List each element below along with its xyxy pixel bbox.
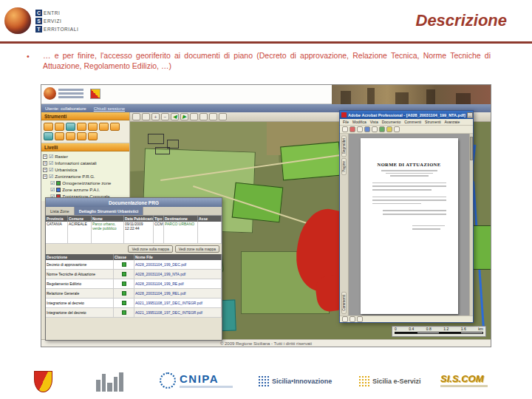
checkbox-icon[interactable]: ☑ [50, 187, 55, 192]
map-tool-button[interactable] [142, 113, 150, 120]
menu-item[interactable]: Vista [370, 120, 378, 124]
layer-item[interactable]: +☑Zonizzazione P.R.G. [43, 173, 128, 180]
layer-item[interactable]: +☑Raster [43, 153, 128, 160]
expand-icon[interactable]: + [43, 161, 47, 166]
doc-file-link[interactable]: A021_19951108_197_DEC_INTEGR.pdf [134, 299, 222, 308]
checkbox-icon[interactable]: ☑ [49, 160, 53, 166]
tab-pagine[interactable]: Pagine [341, 158, 347, 175]
doc-file-link[interactable]: A028_20031104_199_NTA.pdf [134, 270, 222, 279]
checkbox-icon[interactable]: ☑ [49, 154, 53, 159]
menu-item[interactable]: Modifica [352, 120, 366, 124]
pan-left-button[interactable]: ◀ [171, 113, 179, 120]
tool-button[interactable] [44, 123, 53, 131]
menu-item[interactable]: Avanzate [445, 120, 460, 124]
tool-button[interactable] [44, 132, 53, 140]
layer-item[interactable]: +☑Informazioni catastali [43, 160, 128, 166]
tab-dettaglio-strumenti[interactable]: Dettaglio Strumenti Urbanistici [75, 207, 144, 215]
acrobat-window: Adobe Acrobat Professional - [A028_20031… [339, 110, 474, 323]
doc-description: Relazione Generale [46, 289, 114, 299]
acrobat-icon [341, 112, 347, 117]
tab-segnalibri[interactable]: Segnalibri [341, 135, 347, 157]
layer-item[interactable]: ☑Zone azzurre P.A.I. [43, 186, 128, 193]
map-tool-button[interactable] [219, 113, 227, 120]
map-tool-button[interactable] [132, 113, 140, 120]
checkbox-icon[interactable]: ☑ [50, 180, 55, 185]
status-button[interactable] [342, 316, 348, 322]
tool-button[interactable] [88, 132, 98, 140]
zone-cell: CATANIA [46, 222, 68, 244]
doc-file-link[interactable]: A028_20031104_199_RE.pdf [134, 279, 222, 289]
expand-icon[interactable]: + [43, 154, 47, 159]
map-polygon [232, 183, 284, 223]
tool-button[interactable] [77, 123, 86, 131]
pan-right-button[interactable]: ▶ [180, 113, 188, 120]
pdf-scrollbar[interactable] [469, 134, 473, 316]
scrollbar-thumb[interactable] [470, 137, 473, 160]
doc-description: Integrazione al decreto [46, 299, 114, 308]
tool-button[interactable] [99, 123, 109, 131]
tool-button[interactable] [77, 132, 86, 140]
toolbar-button[interactable] [379, 126, 385, 132]
zone-cell: PARCO URBANO [164, 222, 198, 244]
regione-siciliana-logo [34, 371, 52, 392]
checkbox-icon[interactable]: ☑ [49, 167, 53, 172]
menu-item[interactable]: Commenti [404, 120, 421, 124]
popup-titlebar[interactable]: Documentazione PRG [46, 198, 222, 207]
layer-swatch [56, 181, 61, 185]
toolbar-button[interactable] [342, 126, 348, 132]
minimize-button[interactable]: _ [467, 112, 473, 118]
toolbar-button[interactable] [364, 126, 370, 132]
tool-button[interactable] [66, 123, 75, 131]
doc-row[interactable]: Regolamento Edilizio A028_20031104_199_R… [46, 279, 222, 289]
zoom-out-button[interactable]: − [161, 113, 169, 120]
column-header: Provincia [46, 216, 68, 222]
checkbox-icon[interactable]: ☑ [49, 174, 53, 179]
toolbar-button[interactable] [349, 126, 355, 132]
tool-button[interactable] [88, 123, 98, 131]
doc-row[interactable]: Norme Tecniche di Attuazione A028_200311… [46, 270, 222, 279]
toolbar-button[interactable] [386, 126, 392, 132]
doc-file-link[interactable]: A021_19951108_197_DEC_INTEGR.pdf [134, 308, 222, 318]
status-button[interactable] [357, 316, 363, 322]
doc-row[interactable]: Relazione Generale A028_20031104_199_REL… [46, 289, 222, 299]
toolbar-button[interactable] [372, 126, 378, 132]
menu-item[interactable]: Documento [382, 120, 401, 124]
doc-file-link[interactable]: A028_20031104_199_DEC.pdf [134, 260, 222, 270]
app-logo [44, 87, 83, 100]
acrobat-titlebar[interactable]: Adobe Acrobat Professional - [A028_20031… [340, 111, 473, 119]
pdf-viewport[interactable]: NORME DI ATTUAZIONE [349, 134, 469, 316]
doc-row[interactable]: Integrazione del decreto A021_19951108_1… [46, 308, 222, 318]
tool-button[interactable] [55, 123, 64, 131]
tool-button[interactable] [55, 132, 64, 140]
toolbar-button[interactable] [394, 126, 400, 132]
doc-row[interactable]: Integrazione al decreto A021_19951108_19… [46, 299, 222, 308]
pdf-heading: NORME DI ATTUAZIONE [368, 162, 451, 167]
toolbar-button[interactable] [357, 126, 363, 132]
expand-icon[interactable]: + [43, 168, 47, 172]
status-button[interactable] [349, 316, 355, 322]
logout-link[interactable]: Chiudi sessione [94, 106, 125, 111]
expand-icon[interactable]: + [43, 174, 47, 179]
siscom-tagline [440, 385, 488, 387]
tab-commenti[interactable]: Commenti [341, 292, 347, 314]
doc-description: Integrazione del decreto [46, 308, 114, 318]
doc-row[interactable]: Decreto di approvazione A028_20031104_19… [46, 260, 222, 270]
map-tool-button[interactable] [200, 113, 208, 120]
globe-icon [44, 87, 56, 100]
tab-lista-zone[interactable]: Lista Zone [46, 207, 75, 215]
documentazione-prg-window: Documentazione PRG Lista Zone Dettaglio … [45, 197, 222, 341]
tool-button[interactable] [110, 123, 120, 131]
vedi-zone-button[interactable]: Vedi zone sulla mappa [175, 245, 219, 253]
menu-item[interactable]: File [343, 120, 349, 124]
menu-item[interactable]: Strumenti [425, 120, 440, 124]
layer-item[interactable]: ☑Omogeneizzazione zone [43, 180, 128, 186]
zoom-in-button[interactable]: + [151, 113, 160, 120]
tool-button[interactable] [66, 132, 75, 140]
vedi-zone-button[interactable]: Vedi zone sulla mappa [128, 245, 172, 253]
map-tool-button[interactable] [209, 113, 217, 120]
doc-file-link[interactable]: A028_20031104_199_REL.pdf [134, 289, 222, 299]
layer-item[interactable]: +☑Urbanistica [43, 166, 128, 173]
map-tool-button[interactable] [190, 113, 198, 120]
zone-table-row[interactable]: CATANIA ACIREALE Parco urbano, verde pub… [46, 222, 222, 244]
logo-word: ERVIZI [44, 18, 61, 24]
